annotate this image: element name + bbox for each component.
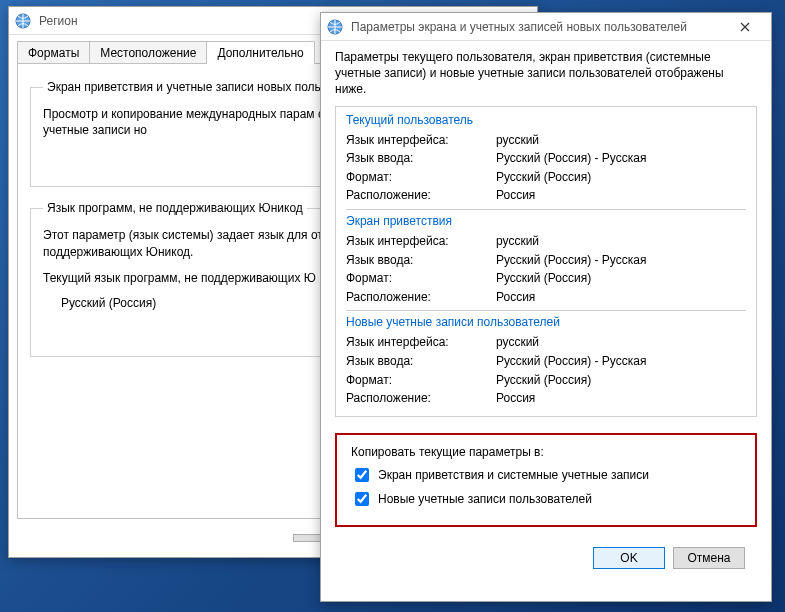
ws-input-lang-row: Язык ввода:Русский (Россия) - Русская xyxy=(346,251,746,270)
copy-newusers-label: Новые учетные записи пользователей xyxy=(378,492,592,506)
tab-advanced[interactable]: Дополнительно xyxy=(206,41,314,64)
copy-newusers-checkbox[interactable] xyxy=(355,492,369,506)
copy-newusers-row: Новые учетные записи пользователей xyxy=(351,489,741,509)
ws-location-row: Расположение:Россия xyxy=(346,288,746,307)
cu-ui-lang: русский xyxy=(496,131,746,150)
tab-formats[interactable]: Форматы xyxy=(17,41,90,64)
label-location: Расположение: xyxy=(346,186,496,205)
copy-welcome-row: Экран приветствия и системные учетные за… xyxy=(351,465,741,485)
ws-input-lang: Русский (Россия) - Русская xyxy=(496,251,746,270)
welcome-body: Параметры текущего пользователя, экран п… xyxy=(321,41,771,585)
ok-button[interactable]: OK xyxy=(593,547,665,569)
copy-welcome-checkbox[interactable] xyxy=(355,468,369,482)
label-input-lang: Язык ввода: xyxy=(346,149,496,168)
intro-text: Параметры текущего пользователя, экран п… xyxy=(335,49,757,98)
welcome-settings-window: Параметры экрана и учетных записей новых… xyxy=(320,12,772,602)
nu-input-lang-row: Язык ввода:Русский (Россия) - Русская xyxy=(346,352,746,371)
section-current-user-title: Текущий пользователь xyxy=(346,113,746,127)
divider xyxy=(346,209,746,210)
copy-welcome-label: Экран приветствия и системные учетные за… xyxy=(378,468,649,482)
cu-format: Русский (Россия) xyxy=(496,168,746,187)
tab-location[interactable]: Местоположение xyxy=(89,41,207,64)
welcome-title: Параметры экрана и учетных записей новых… xyxy=(351,20,725,34)
nu-format: Русский (Россия) xyxy=(496,371,746,390)
group-welcome-legend: Экран приветствия и учетные записи новых… xyxy=(43,80,330,94)
nu-ui-lang-row: Язык интерфейса:русский xyxy=(346,333,746,352)
nu-format-row: Формат:Русский (Россия) xyxy=(346,371,746,390)
welcome-dialog-buttons: OK Отмена xyxy=(335,541,757,579)
copy-settings-box: Копировать текущие параметры в: Экран пр… xyxy=(335,433,757,527)
cu-ui-lang-row: Язык интерфейса:русский xyxy=(346,131,746,150)
cu-location-row: Расположение:Россия xyxy=(346,186,746,205)
section-new-users-title: Новые учетные записи пользователей xyxy=(346,315,746,329)
cu-input-lang-row: Язык ввода:Русский (Россия) - Русская xyxy=(346,149,746,168)
globe-icon xyxy=(15,13,31,29)
divider xyxy=(346,310,746,311)
nu-location: Россия xyxy=(496,389,746,408)
cancel-button[interactable]: Отмена xyxy=(673,547,745,569)
group-nonunicode-legend: Язык программ, не поддерживающих Юникод xyxy=(43,201,307,215)
copy-heading: Копировать текущие параметры в: xyxy=(351,445,741,459)
section-welcome-title: Экран приветствия xyxy=(346,214,746,228)
ws-ui-lang-row: Язык интерфейса:русский xyxy=(346,232,746,251)
ws-ui-lang: русский xyxy=(496,232,746,251)
ws-format: Русский (Россия) xyxy=(496,269,746,288)
cu-input-lang: Русский (Россия) - Русская xyxy=(496,149,746,168)
nu-ui-lang: русский xyxy=(496,333,746,352)
ws-format-row: Формат:Русский (Россия) xyxy=(346,269,746,288)
ws-location: Россия xyxy=(496,288,746,307)
nu-location-row: Расположение:Россия xyxy=(346,389,746,408)
globe-icon xyxy=(327,19,343,35)
close-button[interactable] xyxy=(725,16,765,38)
settings-sections: Текущий пользователь Язык интерфейса:рус… xyxy=(335,106,757,417)
label-format: Формат: xyxy=(346,168,496,187)
close-icon xyxy=(740,22,750,32)
welcome-titlebar: Параметры экрана и учетных записей новых… xyxy=(321,13,771,41)
cu-format-row: Формат:Русский (Россия) xyxy=(346,168,746,187)
label-ui-lang: Язык интерфейса: xyxy=(346,131,496,150)
cu-location: Россия xyxy=(496,186,746,205)
nu-input-lang: Русский (Россия) - Русская xyxy=(496,352,746,371)
